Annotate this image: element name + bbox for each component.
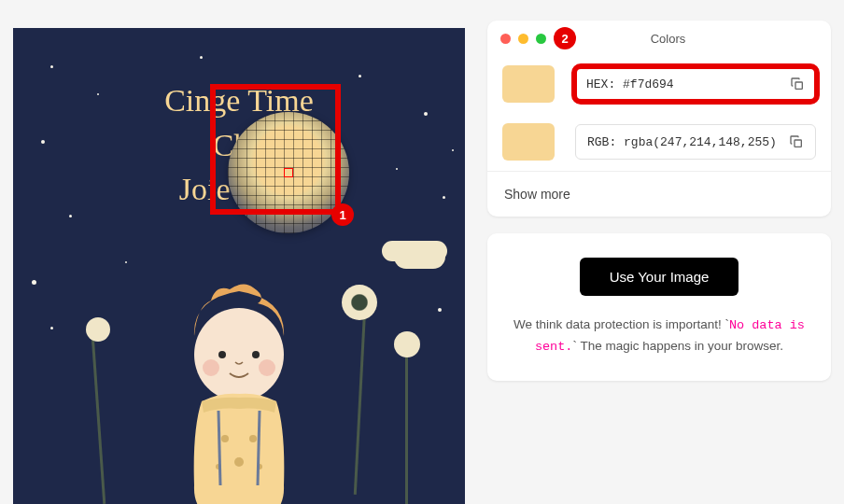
color-code-text: HEX: #f7d694 xyxy=(586,77,674,91)
boy-illustration xyxy=(136,280,342,504)
color-code-text: RGB: rgba(247,214,148,255) xyxy=(587,135,777,149)
maximize-icon[interactable] xyxy=(536,34,546,44)
colors-card: Colors HEX: #f7d694 RGB: rgba(247,214,14… xyxy=(487,21,831,217)
flower-decoration xyxy=(86,317,110,342)
svg-rect-12 xyxy=(795,82,802,89)
card-title: Colors xyxy=(546,32,818,46)
flower-decoration xyxy=(342,285,377,320)
close-icon[interactable] xyxy=(500,34,511,44)
flower-decoration xyxy=(394,331,420,357)
svg-point-6 xyxy=(249,435,257,442)
svg-line-10 xyxy=(218,411,220,485)
minimize-icon[interactable] xyxy=(518,34,528,44)
svg-point-3 xyxy=(203,359,219,376)
image-preview-panel: Cinge Time Ch.. Joie C..... 1 xyxy=(0,0,467,504)
svg-point-2 xyxy=(252,351,260,358)
annotation-highlight-1 xyxy=(210,84,341,215)
svg-point-4 xyxy=(259,359,275,376)
svg-point-1 xyxy=(218,351,226,358)
side-panel: Colors HEX: #f7d694 RGB: rgba(247,214,14… xyxy=(467,0,844,504)
color-swatch[interactable] xyxy=(502,65,555,103)
svg-rect-13 xyxy=(795,140,801,147)
show-more-link[interactable]: Show more xyxy=(487,171,831,217)
color-row-rgb: RGB: rgba(247,214,148,255) xyxy=(487,113,831,171)
window-controls xyxy=(500,34,546,44)
flower-decoration xyxy=(405,345,408,504)
copy-icon[interactable] xyxy=(789,134,804,149)
privacy-note: We think data protection is important! `… xyxy=(508,315,810,357)
svg-point-9 xyxy=(234,457,244,467)
svg-point-0 xyxy=(194,308,284,401)
svg-line-11 xyxy=(258,411,260,485)
card-header: Colors xyxy=(487,32,831,55)
hex-value-box[interactable]: HEX: #f7d694 xyxy=(575,67,816,101)
cta-card: Use Your Image We think data protection … xyxy=(487,233,831,381)
cloud-decoration xyxy=(394,245,445,269)
color-row-hex: HEX: #f7d694 xyxy=(487,55,831,113)
use-your-image-button[interactable]: Use Your Image xyxy=(580,258,739,296)
copy-icon[interactable] xyxy=(790,77,805,91)
annotation-badge-1: 1 xyxy=(331,203,354,226)
svg-point-5 xyxy=(221,435,229,442)
annotation-badge-2: 2 xyxy=(554,27,576,49)
color-swatch[interactable] xyxy=(502,123,555,161)
rgb-value-box[interactable]: RGB: rgba(247,214,148,255) xyxy=(575,124,816,160)
